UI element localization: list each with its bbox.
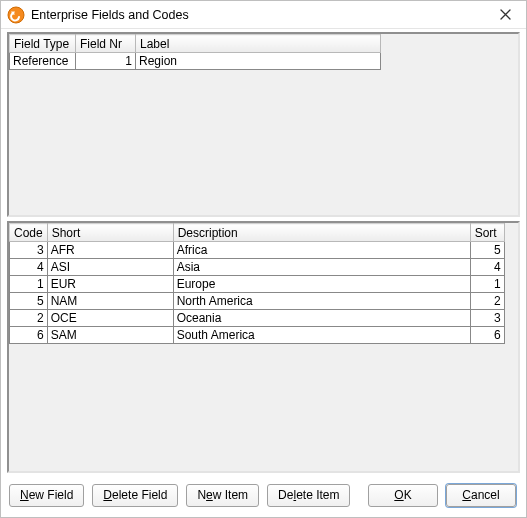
codes-grid[interactable]: Code Short Description Sort 3 AFR Africa… [9,223,505,344]
window: Enterprise Fields and Codes Field Type F… [0,0,527,518]
fields-header-field-nr[interactable]: Field Nr [76,35,136,53]
content: Field Type Field Nr Label Reference 1 Re… [1,29,526,473]
table-row[interactable]: 3 AFR Africa 5 [10,242,505,259]
codes-cell-code[interactable]: 3 [10,242,48,259]
codes-header-short[interactable]: Short [47,224,173,242]
codes-cell-sort[interactable]: 2 [470,293,504,310]
codes-cell-short[interactable]: OCE [47,310,173,327]
titlebar: Enterprise Fields and Codes [1,1,526,29]
table-row[interactable]: 5 NAM North America 2 [10,293,505,310]
table-row[interactable]: 4 ASI Asia 4 [10,259,505,276]
codes-cell-code[interactable]: 2 [10,310,48,327]
delete-item-button[interactable]: Delete Item [267,484,350,507]
codes-cell-sort[interactable]: 6 [470,327,504,344]
codes-cell-short[interactable]: EUR [47,276,173,293]
close-button[interactable] [488,4,522,26]
cancel-button[interactable]: Cancel [446,484,516,507]
codes-cell-short[interactable]: NAM [47,293,173,310]
codes-cell-desc[interactable]: North America [173,293,470,310]
codes-cell-sort[interactable]: 3 [470,310,504,327]
fields-grid-header: Field Type Field Nr Label [10,35,381,53]
codes-cell-code[interactable]: 1 [10,276,48,293]
codes-cell-short[interactable]: SAM [47,327,173,344]
fields-header-field-type[interactable]: Field Type [10,35,76,53]
codes-grid-header: Code Short Description Sort [10,224,505,242]
codes-cell-desc[interactable]: Africa [173,242,470,259]
table-row[interactable]: 1 EUR Europe 1 [10,276,505,293]
codes-header-code[interactable]: Code [10,224,48,242]
fields-grid[interactable]: Field Type Field Nr Label Reference 1 Re… [9,34,381,70]
codes-cell-code[interactable]: 4 [10,259,48,276]
codes-cell-desc[interactable]: Europe [173,276,470,293]
button-row: New Field Delete Field New Item Delete I… [1,473,526,517]
delete-field-button[interactable]: Delete Field [92,484,178,507]
fields-cell-field-nr[interactable]: 1 [76,53,136,70]
app-icon [7,6,25,24]
codes-cell-sort[interactable]: 1 [470,276,504,293]
codes-cell-desc[interactable]: South America [173,327,470,344]
fields-panel: Field Type Field Nr Label Reference 1 Re… [7,32,520,217]
codes-cell-desc[interactable]: Oceania [173,310,470,327]
codes-cell-sort[interactable]: 4 [470,259,504,276]
table-row[interactable]: 2 OCE Oceania 3 [10,310,505,327]
codes-cell-sort[interactable]: 5 [470,242,504,259]
codes-cell-desc[interactable]: Asia [173,259,470,276]
codes-header-sort[interactable]: Sort [470,224,504,242]
fields-cell-field-type[interactable]: Reference [10,53,76,70]
new-field-button[interactable]: New Field [9,484,84,507]
codes-cell-code[interactable]: 6 [10,327,48,344]
codes-cell-short[interactable]: ASI [47,259,173,276]
codes-panel: Code Short Description Sort 3 AFR Africa… [7,221,520,473]
ok-button[interactable]: OK [368,484,438,507]
close-icon [500,9,511,20]
window-title: Enterprise Fields and Codes [31,8,488,22]
codes-header-description[interactable]: Description [173,224,470,242]
fields-header-label[interactable]: Label [136,35,381,53]
fields-cell-label[interactable]: Region [136,53,381,70]
table-row[interactable]: Reference 1 Region [10,53,381,70]
table-row[interactable]: 6 SAM South America 6 [10,327,505,344]
new-item-button[interactable]: New Item [186,484,259,507]
codes-cell-short[interactable]: AFR [47,242,173,259]
codes-cell-code[interactable]: 5 [10,293,48,310]
